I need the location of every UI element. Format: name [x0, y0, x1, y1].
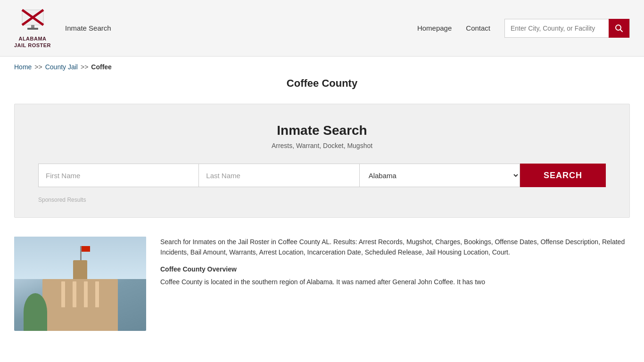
search-icon: [615, 24, 623, 33]
building-image: [14, 237, 146, 331]
breadcrumb-county-jail[interactable]: County Jail: [45, 63, 78, 71]
svg-rect-3: [31, 25, 34, 28]
header-right: Homepage Contact: [417, 19, 630, 38]
main-content: Coffee County Inmate Search Arrests, War…: [0, 77, 644, 345]
search-section-subtitle: Arrests, Warrant, Docket, Mugshot: [38, 142, 606, 149]
nav-homepage[interactable]: Homepage: [417, 24, 452, 32]
bottom-section: Search for Inmates on the Jail Roster in…: [14, 237, 630, 331]
site-logo[interactable]: ALABAMA JAIL ROSTER: [14, 8, 51, 49]
main-nav: Homepage Contact: [417, 24, 490, 32]
sponsored-label: Sponsored Results: [38, 197, 606, 203]
nav-contact[interactable]: Contact: [466, 24, 490, 32]
breadcrumb-home[interactable]: Home: [14, 63, 32, 71]
search-form: AlabamaAlaskaArizonaArkansasCaliforniaCo…: [38, 164, 606, 187]
header-search-bar: [504, 19, 630, 38]
description-area: Search for Inmates on the Jail Roster in…: [160, 237, 630, 287]
description-main: Search for Inmates on the Jail Roster in…: [160, 237, 630, 258]
state-select[interactable]: AlabamaAlaskaArizonaArkansasCaliforniaCo…: [360, 164, 520, 187]
last-name-input[interactable]: [199, 164, 359, 187]
breadcrumb-sep2: >>: [81, 63, 88, 71]
search-section-title: Inmate Search: [38, 123, 606, 138]
logo-icon: [20, 8, 46, 33]
svg-rect-4: [27, 28, 38, 30]
nav-inmate-search[interactable]: Inmate Search: [65, 24, 111, 32]
page-title: Coffee County: [14, 77, 630, 90]
header-search-input[interactable]: [505, 25, 609, 32]
header-left: ALABAMA JAIL ROSTER Inmate Search: [14, 8, 111, 49]
svg-line-6: [620, 29, 623, 32]
overview-heading: Coffee County Overview: [160, 265, 630, 273]
search-submit-button[interactable]: SEARCH: [520, 164, 606, 187]
site-header: ALABAMA JAIL ROSTER Inmate Search Homepa…: [0, 0, 644, 57]
breadcrumb-sep1: >>: [34, 63, 42, 71]
inmate-search-section: Inmate Search Arrests, Warrant, Docket, …: [14, 104, 630, 218]
breadcrumb-current: Coffee: [91, 63, 112, 71]
header-search-button[interactable]: [609, 19, 629, 38]
first-name-input[interactable]: [38, 164, 199, 187]
logo-text: ALABAMA JAIL ROSTER: [14, 35, 51, 49]
overview-text: Coffee County is located in the southern…: [160, 277, 630, 287]
breadcrumb: Home >> County Jail >> Coffee: [0, 57, 644, 77]
